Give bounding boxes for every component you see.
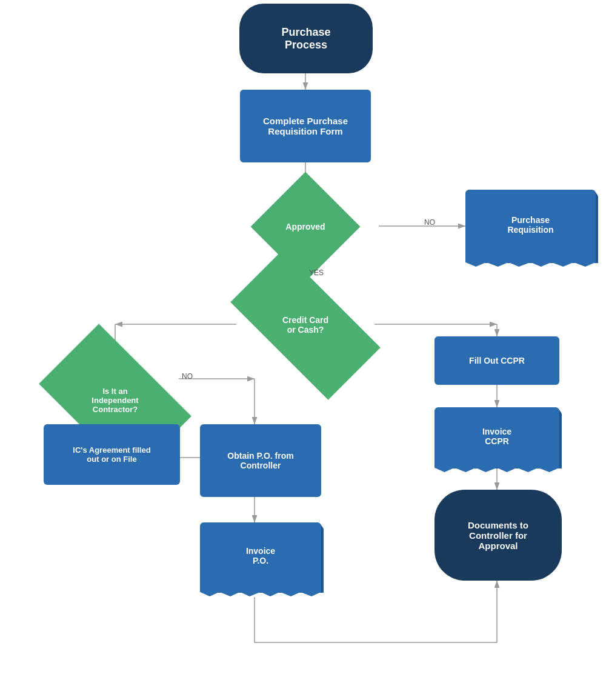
invoice-ccpr-node: InvoiceCCPR: [435, 407, 559, 468]
invoice-po-label: InvoiceP.O.: [246, 546, 275, 565]
ics-agreement-node: IC's Agreement filledout or on File: [44, 424, 180, 485]
documents-controller-node: Documents toController forApproval: [435, 490, 562, 581]
yes-label-approved: YES: [309, 268, 324, 277]
invoice-ccpr-label: InvoiceCCPR: [482, 427, 511, 446]
complete-form-label: Complete PurchaseRequisition Form: [263, 116, 348, 136]
credit-card-diamond: Credit Cardor Cash?: [230, 250, 380, 399]
flowchart: PurchaseProcess Complete PurchaseRequisi…: [0, 0, 606, 700]
start-label: PurchaseProcess: [281, 26, 330, 52]
fill-ccpr-label: Fill Out CCPR: [469, 356, 525, 365]
purchase-req-label: PurchaseRequisition: [507, 215, 553, 235]
no-label-ic: NO: [182, 372, 193, 381]
no-label-approved: NO: [424, 218, 435, 227]
credit-card-label: Credit Cardor Cash?: [236, 288, 375, 362]
start-node: PurchaseProcess: [239, 4, 373, 73]
complete-form-node: Complete PurchaseRequisition Form: [240, 90, 371, 162]
invoice-po-node: InvoiceP.O.: [200, 522, 321, 592]
obtain-po-label: Obtain P.O. fromController: [227, 451, 293, 470]
ics-agreement-label: IC's Agreement filledout or on File: [73, 445, 150, 464]
fill-ccpr-node: Fill Out CCPR: [435, 336, 559, 385]
purchase-requisition-node: PurchaseRequisition: [465, 190, 596, 262]
obtain-po-node: Obtain P.O. fromController: [200, 424, 321, 497]
documents-controller-label: Documents toController forApproval: [468, 520, 528, 551]
